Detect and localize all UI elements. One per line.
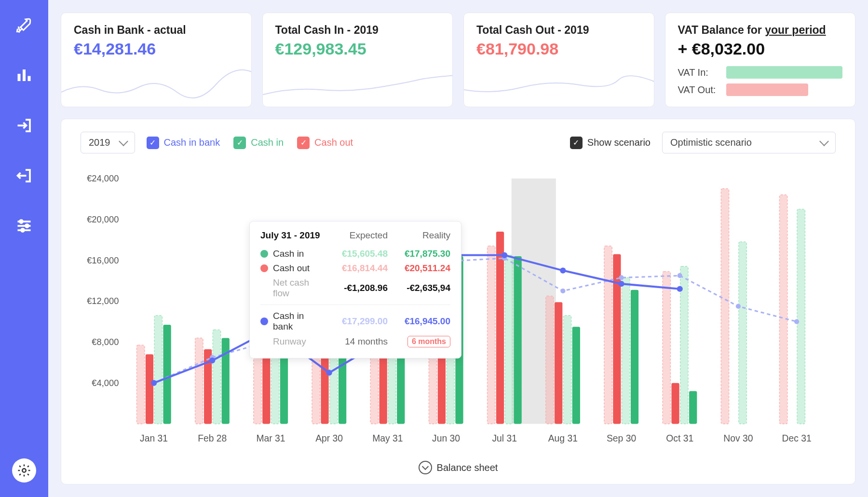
svg-rect-21 [213, 330, 220, 424]
total-cash-out-card[interactable]: Total Cash Out - 2019 €81,790.98 [463, 13, 654, 107]
svg-text:€20,000: €20,000 [87, 214, 119, 224]
check-icon: ✓ [297, 137, 310, 149]
svg-point-90 [618, 281, 624, 287]
check-icon: ✓ [233, 137, 246, 149]
sparkline [263, 68, 453, 107]
svg-text:€24,000: €24,000 [87, 173, 119, 183]
svg-rect-44 [488, 246, 495, 424]
vat-balance-card[interactable]: VAT Balance for your period + €8,032.00 … [665, 13, 856, 107]
svg-rect-2 [28, 76, 31, 82]
svg-text:Sep 30: Sep 30 [607, 433, 636, 443]
svg-point-80 [736, 304, 741, 309]
vat-out-bar [726, 83, 808, 96]
legend-cash-in[interactable]: ✓Cash in [233, 137, 284, 149]
svg-rect-16 [154, 316, 162, 424]
svg-text:Feb 28: Feb 28 [198, 433, 227, 443]
svg-text:€4,000: €4,000 [92, 378, 119, 388]
rocket-icon[interactable] [14, 14, 35, 36]
svg-point-3 [20, 220, 23, 223]
sliders-icon[interactable] [14, 215, 35, 236]
svg-text:Oct 31: Oct 31 [666, 433, 693, 443]
plot-wrap: €4,000€8,000€12,000€16,000€20,000€24,000… [81, 168, 836, 454]
svg-text:€8,000: €8,000 [92, 337, 119, 347]
card-value: €14,281.46 [74, 40, 239, 58]
chart-card: 2019 ✓Cash in bank ✓Cash in ✓Cash out ✓S… [61, 119, 855, 484]
svg-rect-65 [739, 242, 746, 424]
legend: ✓Cash in bank ✓Cash in ✓Cash out [147, 137, 353, 149]
svg-text:May 31: May 31 [372, 433, 403, 443]
svg-point-81 [794, 319, 799, 324]
vat-out-row: VAT Out: [678, 83, 843, 96]
svg-rect-17 [163, 325, 171, 424]
svg-text:Apr 30: Apr 30 [315, 433, 343, 443]
svg-rect-68 [797, 209, 805, 424]
summary-cards: Cash in Bank - actual €14,281.46 Total C… [61, 13, 855, 107]
svg-text:€12,000: €12,000 [87, 296, 119, 306]
svg-text:Jun 30: Jun 30 [432, 433, 460, 443]
main: Cash in Bank - actual €14,281.46 Total C… [48, 0, 868, 497]
svg-point-5 [21, 229, 24, 232]
card-title: Total Cash In - 2019 [275, 24, 440, 37]
card-value: €81,790.98 [476, 40, 641, 58]
svg-point-89 [560, 268, 566, 274]
gear-icon[interactable] [12, 458, 36, 483]
vat-in-row: VAT In: [678, 66, 843, 79]
svg-rect-15 [146, 354, 153, 424]
cash-out-icon[interactable] [14, 165, 35, 186]
chevron-down-icon [819, 137, 829, 146]
svg-point-4 [26, 224, 28, 227]
dot-icon [260, 250, 268, 258]
scenario-select[interactable]: Optimistic scenario [662, 132, 836, 153]
svg-text:Dec 31: Dec 31 [782, 433, 811, 443]
vat-in-bar [726, 66, 843, 79]
svg-rect-47 [514, 256, 522, 424]
svg-text:Jul 31: Jul 31 [492, 433, 517, 443]
dot-icon [260, 264, 268, 272]
svg-rect-64 [721, 189, 729, 424]
bars-icon[interactable] [14, 65, 35, 86]
svg-point-91 [677, 286, 683, 292]
svg-text:Mar 31: Mar 31 [256, 433, 285, 443]
svg-text:Aug 31: Aug 31 [548, 433, 578, 443]
chevron-down-icon [119, 137, 128, 146]
svg-rect-1 [23, 69, 26, 81]
chart-header: 2019 ✓Cash in bank ✓Cash in ✓Cash out ✓S… [81, 132, 836, 153]
svg-rect-59 [663, 272, 670, 424]
svg-point-78 [619, 275, 624, 280]
svg-rect-67 [779, 195, 787, 424]
svg-rect-51 [563, 316, 571, 424]
card-value: €129,983.45 [275, 40, 440, 58]
total-cash-in-card[interactable]: Total Cash In - 2019 €129,983.45 [262, 13, 453, 107]
svg-point-83 [209, 358, 215, 363]
svg-rect-57 [631, 290, 638, 424]
sparkline [61, 68, 252, 107]
svg-rect-49 [546, 296, 554, 424]
show-scenario-toggle[interactable]: ✓Show scenario [570, 137, 651, 149]
cash-in-icon[interactable] [14, 115, 35, 136]
svg-point-82 [151, 380, 157, 386]
svg-rect-55 [613, 254, 621, 424]
card-title: Cash in Bank - actual [74, 24, 239, 37]
vat-period-link[interactable]: your period [765, 24, 826, 36]
chevron-down-icon [419, 461, 432, 474]
card-title: Total Cash Out - 2019 [476, 24, 641, 37]
card-title: VAT Balance for your period [678, 24, 843, 37]
legend-cash-in-bank[interactable]: ✓Cash in bank [147, 137, 220, 149]
svg-rect-62 [689, 391, 697, 424]
svg-point-79 [678, 273, 682, 278]
sparkline [464, 68, 654, 107]
year-select[interactable]: 2019 [81, 132, 135, 153]
sidebar [0, 0, 48, 497]
svg-rect-45 [496, 232, 504, 424]
svg-rect-52 [572, 327, 580, 424]
svg-rect-19 [195, 338, 203, 424]
chart-tooltip: July 31 - 2019ExpectedReality Cash in€15… [249, 221, 461, 359]
dot-icon [260, 318, 268, 325]
cash-in-bank-card[interactable]: Cash in Bank - actual €14,281.46 [61, 13, 252, 107]
svg-rect-60 [671, 383, 679, 424]
svg-point-6 [22, 469, 26, 472]
svg-point-85 [326, 370, 332, 375]
legend-cash-out[interactable]: ✓Cash out [297, 137, 353, 149]
card-value: + €8,032.00 [678, 40, 843, 58]
balance-sheet-toggle[interactable]: Balance sheet [81, 454, 836, 474]
